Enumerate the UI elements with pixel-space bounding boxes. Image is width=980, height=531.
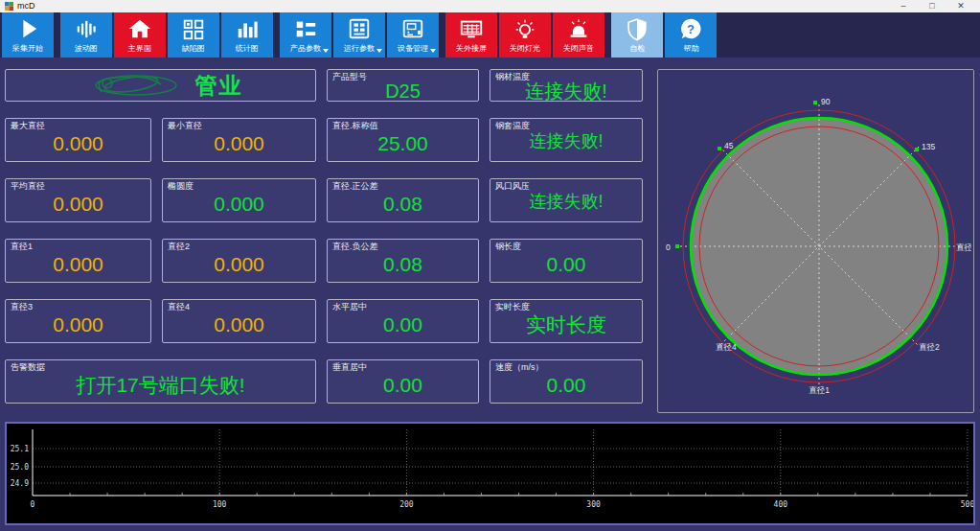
field-value: 连接失败!: [495, 193, 637, 212]
field-value: 实时长度: [495, 313, 637, 335]
field-label: 平均直径: [11, 181, 146, 191]
polar-label-135: 135: [922, 142, 935, 151]
maximize-icon[interactable]: □: [918, 0, 946, 12]
toolbar-button-close-lights[interactable]: 关闭灯光: [499, 12, 551, 58]
field-diameter-neg-tol: 直径.负公差 0.08: [327, 239, 479, 283]
field-alarm-data: 告警数据 打开17号端口失败!: [5, 359, 316, 404]
field-diameter-nominal: 直径.标称值 25.00: [327, 118, 479, 162]
svg-text:300: 300: [586, 500, 601, 509]
field-ovality: 椭圆度 0.000: [162, 178, 316, 222]
polar-label-diameter1: 直径1: [809, 385, 830, 395]
field-label: 直径3: [11, 302, 146, 312]
toolbar-button-label: 主界面: [128, 43, 151, 54]
bar-chart-icon: [235, 15, 260, 42]
toolbar-button-start-collection[interactable]: 采集开始: [2, 12, 54, 58]
field-label: 垂直居中: [332, 362, 473, 372]
svg-text:25.1: 25.1: [11, 445, 29, 453]
svg-text:400: 400: [774, 500, 788, 509]
defect-grid-icon: [181, 15, 206, 42]
polar-label-diameter4: 直径4: [716, 342, 737, 352]
close-icon[interactable]: ✕: [946, 0, 975, 12]
window-controls: – □ ✕: [889, 0, 975, 12]
toolbar-button-close-sound[interactable]: 关闭声音: [553, 12, 604, 58]
toolbar-button-defect-chart[interactable]: 缺陷图: [168, 12, 219, 58]
diameter-trend-chart: 25.125.024.90100200300400500: [5, 422, 975, 525]
field-label: 直径4: [168, 302, 310, 312]
toolbar: 采集开始波动图主界面缺陷图统计图产品参数运行参数设备管理关外接屏关闭灯光关闭声音…: [0, 12, 980, 58]
toolbar-button-label: 运行参数: [344, 43, 375, 54]
home-icon: [127, 15, 152, 42]
toolbar-button-product-params[interactable]: 产品参数: [280, 12, 331, 58]
dropdown-caret-icon: [376, 49, 382, 53]
field-min-diameter: 最小直径 0.000: [162, 118, 316, 162]
field-label: 最大直径: [11, 121, 146, 130]
field-label: 椭圆度: [168, 181, 310, 191]
toolbar-button-wave-chart[interactable]: 波动图: [60, 12, 112, 58]
field-value: 0.000: [168, 253, 310, 275]
field-horizontal-center: 水平居中 0.00: [327, 299, 479, 343]
field-value: 0.08: [332, 253, 473, 275]
field-label: 最小直径: [168, 121, 310, 130]
field-diameter2: 直径2 0.000: [162, 239, 316, 283]
dropdown-caret-icon: [430, 49, 436, 53]
toolbar-button-device-manage[interactable]: 设备管理: [387, 12, 439, 58]
polar-chart-panel: 90 45 135 0 直径3 直径1 直径4 直径2: [657, 69, 974, 413]
toolbar-button-close-external-screen[interactable]: 关外接屏: [445, 12, 497, 58]
field-realtime-length: 实时长度 实时长度: [490, 299, 643, 343]
field-label: 速度（m/s）: [495, 362, 637, 372]
field-value: 0.000: [168, 313, 310, 335]
shield-icon: [625, 15, 650, 42]
field-label: 直径.负公差: [332, 242, 473, 251]
window-title: mcD: [17, 0, 35, 12]
field-steel-length: 钢长度 0.00: [490, 239, 643, 283]
field-label: 水平居中: [332, 302, 473, 312]
field-value: 0.000: [11, 193, 146, 215]
svg-text:?: ?: [687, 22, 695, 36]
svg-text:24.9: 24.9: [11, 479, 29, 488]
toolbar-button-run-params[interactable]: 运行参数: [333, 12, 385, 58]
toolbar-button-label: 关闭声音: [563, 43, 594, 54]
run-params-icon: [347, 15, 372, 42]
minimize-icon[interactable]: –: [889, 0, 918, 12]
logo-text: 管业: [195, 71, 243, 101]
toolbar-button-label: 设备管理: [398, 43, 428, 54]
waveform-icon: [74, 15, 99, 42]
toolbar-button-label: 统计图: [236, 43, 259, 54]
toolbar-button-stats-chart[interactable]: 统计图: [221, 12, 273, 58]
field-label: 直径.正公差: [332, 181, 473, 191]
logo-box: 管业: [5, 69, 316, 102]
field-diameter-pos-tol: 直径.正公差 0.08: [327, 178, 479, 222]
toolbar-button-label: 波动图: [75, 43, 98, 54]
field-value: 0.08: [332, 193, 473, 215]
polar-label-0: 0: [666, 242, 671, 252]
toolbar-button-help[interactable]: ?帮助: [665, 12, 717, 58]
toolbar-button-label: 关闭灯光: [510, 43, 540, 54]
toolbar-button-main-screen[interactable]: 主界面: [114, 12, 166, 58]
polar-label-90: 90: [821, 97, 831, 106]
polar-label-45: 45: [724, 141, 734, 150]
field-value: 0.00: [495, 374, 637, 396]
main-area: 管业 产品型号 D25 钢材温度 连接失败! 最大直径 0.000 最小直径 0…: [0, 58, 980, 417]
svg-text:0: 0: [31, 500, 35, 509]
field-value: 连接失败!: [495, 81, 637, 102]
dropdown-caret-icon: [323, 49, 329, 53]
field-value: 0.000: [168, 193, 310, 215]
field-value: 0.00: [332, 374, 473, 396]
title-bar: mcD – □ ✕: [0, 0, 980, 12]
play-icon: [15, 15, 40, 42]
siren-icon: [566, 15, 591, 42]
toolbar-button-self-check[interactable]: 自检: [611, 12, 663, 58]
device-manage-icon: [400, 15, 425, 42]
field-value: 0.000: [11, 132, 146, 154]
trend-chart-plot: 25.125.024.90100200300400500: [7, 424, 973, 519]
toolbar-button-label: 采集开始: [12, 43, 43, 54]
field-label: 直径2: [168, 242, 310, 251]
field-value: 连接失败!: [495, 132, 637, 151]
light-bulb-icon: [513, 15, 537, 42]
field-air-pressure: 风口风压 连接失败!: [490, 178, 643, 222]
field-value: 0.000: [11, 253, 146, 275]
svg-text:100: 100: [213, 500, 227, 509]
field-label: 直径1: [11, 242, 146, 251]
svg-text:200: 200: [399, 500, 414, 509]
toolbar-button-label: 产品参数: [290, 43, 321, 54]
